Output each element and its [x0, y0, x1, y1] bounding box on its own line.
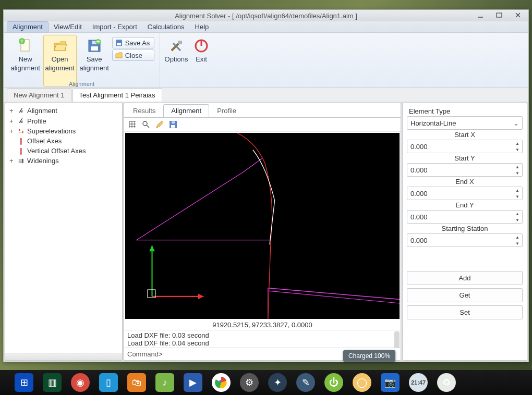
- taskbar[interactable]: ⊞ ▥ ◉ ▯ 🛍 ♪ ▶ ⚙ ✦ ✎ ⏻ ◯ 📷 21:47 ♻: [0, 370, 532, 395]
- tab-alignment[interactable]: Alignment: [163, 104, 209, 117]
- tab-profile[interactable]: Profile: [209, 104, 244, 117]
- spin-up-icon[interactable]: ▲: [514, 211, 521, 217]
- open-alignment-button[interactable]: Open alignment: [43, 35, 77, 87]
- project-tree[interactable]: +𝒽Alignment +𝒽Profile +⇆Superelevations …: [5, 103, 122, 168]
- menu-calculations[interactable]: Calculations: [142, 21, 190, 32]
- close-button[interactable]: [509, 10, 527, 20]
- save-disk-icon[interactable]: [168, 120, 178, 129]
- trash-icon[interactable]: ♻: [437, 373, 456, 392]
- svg-marker-16: [116, 53, 122, 58]
- spin-up-icon[interactable]: ▲: [514, 234, 521, 240]
- app-icon[interactable]: ✎: [296, 373, 315, 392]
- properties-panel: Element Type Horizontal-Line ⌄ Start X 0…: [402, 103, 527, 361]
- endx-input[interactable]: 0.000▲▼: [407, 187, 523, 200]
- options-button[interactable]: Options: [163, 35, 189, 87]
- tab-results[interactable]: Results: [125, 104, 163, 117]
- svg-rect-32: [171, 125, 175, 128]
- spin-down-icon[interactable]: ▼: [514, 146, 521, 153]
- log-panel: Load DXF file: 0.03 second Load DXF file…: [124, 330, 401, 348]
- folder-icon: [115, 51, 123, 59]
- clock-icon[interactable]: 21:47: [409, 373, 428, 392]
- svg-rect-10: [91, 46, 98, 51]
- grid-icon[interactable]: [127, 120, 138, 129]
- new-alignment-button[interactable]: + New alignment: [9, 35, 42, 87]
- doc-tab-0[interactable]: New Alignment 1: [7, 88, 71, 102]
- startx-input[interactable]: 0.000▲▼: [407, 140, 523, 153]
- app-icon[interactable]: ✦: [268, 373, 287, 392]
- spin-up-icon[interactable]: ▲: [514, 187, 521, 193]
- svg-marker-8: [54, 44, 67, 51]
- app-icon[interactable]: ◉: [71, 373, 90, 392]
- menubar: Alignment View/Edit Import - Export Calc…: [4, 21, 528, 33]
- spin-down-icon[interactable]: ▼: [514, 240, 521, 246]
- menu-importexport[interactable]: Import - Export: [87, 21, 142, 32]
- spin-up-icon[interactable]: ▲: [514, 164, 521, 170]
- ribbon: + New alignment Open alignment + Save al…: [4, 33, 528, 88]
- log-scrollbar[interactable]: [394, 331, 400, 348]
- save-alignment-button[interactable]: + Save alignment: [78, 35, 111, 87]
- save-disk-icon: [115, 39, 123, 47]
- settings-icon[interactable]: ⚙: [240, 373, 259, 392]
- coordinates-readout: 91920.5215, 97233.3827, 0.0000: [124, 320, 401, 330]
- music-icon[interactable]: ♪: [155, 373, 174, 392]
- starting-station-input[interactable]: 0.000▲▼: [407, 233, 523, 247]
- save-disk-icon: +: [86, 38, 103, 54]
- app-icon[interactable]: ▯: [99, 373, 118, 392]
- tree-item-superelevations[interactable]: +⇆Superelevations: [7, 126, 120, 136]
- svg-point-28: [143, 121, 147, 126]
- tree-item-profile[interactable]: +𝒽Profile: [7, 116, 120, 126]
- view-tabs: Results Alignment Profile: [124, 103, 401, 118]
- endy-input[interactable]: 0.000▲▼: [407, 210, 523, 224]
- spin-down-icon[interactable]: ▼: [514, 193, 521, 200]
- tree-item-widenings[interactable]: +⇉Widenings: [7, 156, 120, 166]
- chrome-icon[interactable]: [212, 373, 231, 392]
- zoom-icon[interactable]: [141, 120, 151, 129]
- files-icon[interactable]: ▥: [43, 373, 62, 392]
- spin-down-icon[interactable]: ▼: [514, 217, 521, 223]
- battery-tooltip: Charged 100%: [343, 350, 395, 362]
- alignment-canvas[interactable]: [125, 133, 400, 319]
- menu-help[interactable]: Help: [190, 21, 214, 32]
- power-icon[interactable]: ⏻: [324, 373, 343, 392]
- starting-station-label: Starting Station: [407, 224, 523, 233]
- set-button[interactable]: Set: [407, 305, 523, 319]
- bars-icon: ∥: [17, 137, 25, 145]
- widenings-icon: ⇉: [17, 157, 25, 165]
- main-content: +𝒽Alignment +𝒽Profile +⇆Superelevations …: [4, 102, 528, 362]
- tree-item-vertical-offset-axes[interactable]: ∥Vertical Offset Axes: [7, 146, 120, 156]
- menu-viewedit[interactable]: View/Edit: [49, 21, 87, 32]
- bars-icon: ∥: [17, 147, 25, 155]
- maximize-button[interactable]: [490, 10, 509, 20]
- start-menu-icon[interactable]: ⊞: [15, 373, 33, 392]
- add-button[interactable]: Add: [407, 271, 523, 285]
- document-tabs: New Alignment 1 Test Alignment 1 Peiraia…: [4, 88, 528, 102]
- camera-icon[interactable]: 📷: [381, 373, 400, 392]
- startx-label: Start X: [407, 130, 523, 140]
- close-file-button[interactable]: Close: [112, 50, 155, 61]
- tree-item-offset-axes[interactable]: ∥Offset Axes: [7, 136, 120, 146]
- tree-scrollbar[interactable]: [5, 353, 122, 360]
- spin-down-icon[interactable]: ▼: [514, 170, 521, 176]
- app-icon[interactable]: ◯: [353, 373, 371, 392]
- store-icon[interactable]: 🛍: [127, 373, 146, 392]
- chevron-down-icon: ⌄: [513, 119, 519, 127]
- pencil-icon[interactable]: [154, 120, 165, 129]
- doc-tab-1[interactable]: Test Alignment 1 Peiraias: [72, 88, 162, 102]
- menu-alignment[interactable]: Alignment: [7, 21, 49, 32]
- video-icon[interactable]: ▶: [184, 373, 202, 392]
- svg-rect-33: [172, 121, 175, 124]
- element-type-select[interactable]: Horizontal-Line ⌄: [407, 116, 523, 130]
- center-panel: Results Alignment Profile: [124, 103, 401, 361]
- element-type-label: Element Type: [407, 106, 523, 116]
- minimize-button[interactable]: [471, 10, 490, 20]
- save-as-button[interactable]: Save As: [112, 37, 155, 48]
- get-button[interactable]: Get: [407, 288, 523, 302]
- starty-input[interactable]: 0.000▲▼: [407, 163, 523, 177]
- endx-label: End X: [407, 177, 523, 187]
- svg-text:+: +: [20, 38, 24, 45]
- arrows-icon: ⇆: [17, 127, 25, 135]
- spin-up-icon[interactable]: ▲: [514, 140, 521, 146]
- exit-button[interactable]: Exit: [190, 35, 212, 87]
- new-file-icon: +: [17, 38, 34, 54]
- tree-item-alignment[interactable]: +𝒽Alignment: [7, 105, 120, 116]
